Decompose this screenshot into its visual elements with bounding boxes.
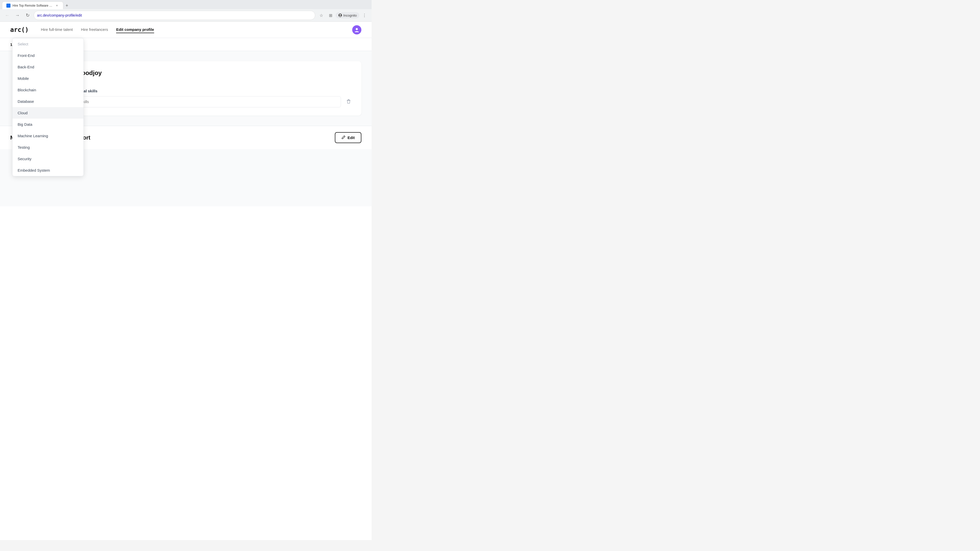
nav-hire-fulltime[interactable]: Hire full-time talent	[41, 26, 73, 33]
main-content: 10 | 🇺🇸 United States Select Front-End B…	[0, 38, 372, 206]
dropdown-item-backend[interactable]: Back-End	[13, 61, 83, 73]
browser-actions: ☆ ⊞ Incognito ⋮	[317, 11, 369, 19]
star-icon: ☆	[320, 13, 323, 18]
logo: arc()	[10, 26, 29, 33]
dropdown-item-security[interactable]: Security	[13, 153, 83, 165]
menu-button[interactable]: ⋮	[360, 11, 369, 19]
dropdown-item-mobile[interactable]: Mobile	[13, 73, 83, 84]
url-text: arc.dev/company-profile/edit	[37, 13, 312, 17]
dropdown-item-database[interactable]: Database	[13, 96, 83, 107]
card-subtitle: m uses.	[69, 79, 353, 83]
address-bar-row: ← → ↻ arc.dev/company-profile/edit ☆ ⊞	[0, 9, 372, 21]
main-card: at Moodjoy m uses. Technical skills	[61, 61, 361, 116]
active-tab[interactable]: Hire Top Remote Software Dev... ×	[2, 2, 63, 9]
skills-input[interactable]	[69, 96, 341, 107]
new-tab-button[interactable]: +	[63, 2, 70, 9]
bookmark-button[interactable]: ☆	[317, 11, 325, 19]
back-button[interactable]: ←	[3, 11, 11, 19]
back-icon: ←	[5, 13, 10, 18]
skills-section-title: Technical skills	[69, 89, 353, 93]
nav-links: Hire full-time talent Hire freelancers E…	[41, 26, 352, 33]
user-avatar[interactable]	[352, 25, 361, 35]
skills-input-row	[69, 96, 353, 107]
menu-icon: ⋮	[363, 13, 366, 18]
dropdown-list[interactable]: Select Front-End Back-End Mobile Blockch…	[13, 38, 83, 176]
edit-pencil-icon	[342, 135, 345, 140]
incognito-label: Incognito	[343, 14, 357, 17]
incognito-icon	[338, 13, 342, 17]
svg-rect-5	[348, 99, 349, 100]
category-dropdown: Select Front-End Back-End Mobile Blockch…	[12, 38, 84, 176]
forward-icon: →	[15, 13, 20, 18]
svg-point-0	[7, 4, 10, 7]
browser-chrome: Hire Top Remote Software Dev... × + ← → …	[0, 0, 372, 22]
nav-edit-profile[interactable]: Edit company profile	[116, 26, 154, 33]
dropdown-item-blockchain[interactable]: Blockchain	[13, 84, 83, 96]
dropdown-item-embedded[interactable]: Embedded System	[13, 165, 83, 176]
nav-header: arc() Hire full-time talent Hire freelan…	[0, 22, 372, 38]
app-container: arc() Hire full-time talent Hire freelan…	[0, 22, 372, 540]
dropdown-item-testing[interactable]: Testing	[13, 141, 83, 153]
reload-icon: ↻	[26, 13, 30, 18]
address-bar[interactable]: arc.dev/company-profile/edit	[34, 11, 315, 20]
tab-title: Hire Top Remote Software Dev...	[13, 4, 53, 7]
edit-button-label: Edit	[348, 135, 355, 140]
tab-close-button[interactable]: ×	[55, 3, 59, 8]
dropdown-placeholder[interactable]: Select	[13, 38, 83, 50]
card-title: at Moodjoy	[69, 69, 353, 76]
reload-button[interactable]: ↻	[24, 11, 32, 19]
delete-skills-button[interactable]	[344, 97, 353, 106]
tab-bar: Hire Top Remote Software Dev... × +	[0, 0, 372, 9]
svg-point-2	[340, 14, 341, 16]
dropdown-item-ml[interactable]: Machine Learning	[13, 130, 83, 141]
extensions-button[interactable]: ⊞	[326, 11, 334, 19]
edit-button[interactable]: Edit	[335, 132, 361, 143]
content-panel: at Moodjoy m uses. Technical skills	[51, 51, 372, 126]
svg-point-3	[356, 28, 358, 30]
trash-icon	[346, 99, 351, 105]
dropdown-item-frontend[interactable]: Front-End	[13, 50, 83, 61]
incognito-badge: Incognito	[336, 12, 360, 18]
forward-button[interactable]: →	[13, 11, 21, 19]
dropdown-item-cloud[interactable]: Cloud	[13, 107, 83, 119]
nav-hire-freelancers[interactable]: Hire freelancers	[81, 26, 108, 33]
dropdown-item-bigdata[interactable]: Big Data	[13, 119, 83, 130]
extensions-icon: ⊞	[329, 13, 332, 18]
tab-favicon	[6, 3, 11, 8]
